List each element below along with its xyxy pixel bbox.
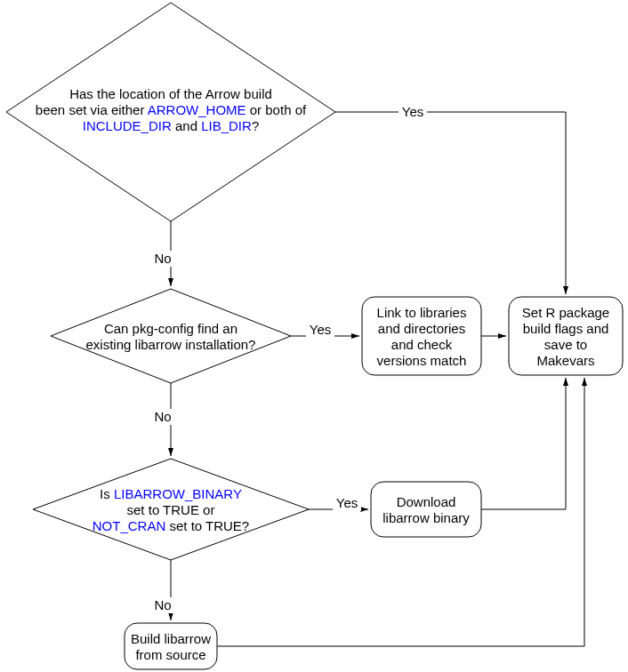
env-lib-dir: LIB_DIR <box>201 118 252 133</box>
edge-q2-yes: Yes <box>291 322 359 338</box>
edge-q1-yes: Yes <box>335 104 566 294</box>
svg-text:No: No <box>154 409 171 424</box>
edge-q2-no: No <box>153 383 175 456</box>
decision-pkg-config: Can pkg-config find an existing libarrow… <box>51 289 291 383</box>
svg-text:build flags and: build flags and <box>523 321 609 336</box>
svg-text:Link to libraries: Link to libraries <box>377 305 467 320</box>
q2-line2: existing libarrow installation? <box>86 337 256 352</box>
svg-text:Set R package: Set R package <box>522 305 609 320</box>
q2-line1: Can pkg-config find an <box>104 321 238 336</box>
svg-text:save to: save to <box>544 337 587 352</box>
edge-q1-no: No <box>153 221 175 286</box>
q3-line2: set to TRUE or <box>127 502 215 517</box>
svg-text:Build libarrow: Build libarrow <box>131 631 211 646</box>
process-build-source: Build libarrow from source <box>125 623 217 669</box>
svg-text:versions match: versions match <box>377 353 467 368</box>
svg-text:Download: Download <box>397 494 456 509</box>
svg-text:from source: from source <box>135 647 205 662</box>
decision-arrow-location: Has the location of the Arrow build been… <box>6 3 335 221</box>
decision-libarrow-binary: Is LIBARROW_BINARY set to TRUE or NOT_CR… <box>33 459 309 560</box>
svg-text:Yes: Yes <box>336 495 358 510</box>
svg-text:No: No <box>154 251 171 266</box>
process-download-binary: Download libarrow binary <box>371 482 481 537</box>
edge-q3-no: No <box>153 560 175 620</box>
svg-text:been set via either ARROW_HOME: been set via either ARROW_HOME or both o… <box>36 102 307 117</box>
svg-text:libarrow binary: libarrow binary <box>382 510 470 525</box>
edge-p2-end <box>481 378 566 509</box>
svg-text:No: No <box>154 597 171 612</box>
svg-text:Is LIBARROW_BINARY: Is LIBARROW_BINARY <box>100 486 242 501</box>
svg-text:Yes: Yes <box>310 322 331 337</box>
svg-text:Makevars: Makevars <box>536 353 594 368</box>
svg-text:and directories: and directories <box>378 321 465 336</box>
svg-text:and check: and check <box>391 337 453 352</box>
process-link-libraries: Link to libraries and directories and ch… <box>362 297 481 375</box>
svg-text:NOT_CRAN set to TRUE?: NOT_CRAN set to TRUE? <box>93 518 249 533</box>
edge-q3-yes: Yes <box>309 495 368 511</box>
env-not-cran: NOT_CRAN <box>93 518 166 533</box>
process-set-flags: Set R package build flags and save to Ma… <box>509 297 623 375</box>
q1-line1: Has the location of the Arrow build <box>69 86 272 101</box>
svg-text:Yes: Yes <box>402 104 423 119</box>
svg-text:INCLUDE_DIR and LIB_DIR?: INCLUDE_DIR and LIB_DIR? <box>83 118 259 133</box>
env-arrow-home: ARROW_HOME <box>148 102 246 117</box>
env-libarrow-binary: LIBARROW_BINARY <box>114 486 242 501</box>
env-include-dir: INCLUDE_DIR <box>83 118 172 133</box>
